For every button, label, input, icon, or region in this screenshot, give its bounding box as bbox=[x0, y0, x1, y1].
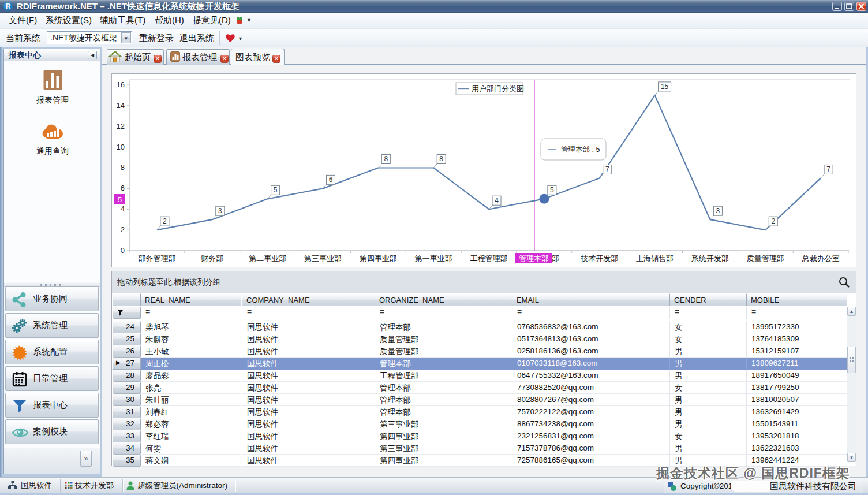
svg-text:8: 8 bbox=[384, 155, 388, 163]
svg-text:12: 12 bbox=[117, 122, 125, 131]
svg-text:7: 7 bbox=[605, 165, 609, 173]
svg-text:15: 15 bbox=[661, 83, 669, 91]
svg-text:第二事业部: 第二事业部 bbox=[249, 254, 286, 263]
svg-text:系统开发部: 系统开发部 bbox=[691, 254, 729, 263]
svg-text:14: 14 bbox=[117, 101, 125, 110]
svg-text:3: 3 bbox=[218, 207, 222, 215]
svg-text:0: 0 bbox=[121, 246, 125, 255]
svg-text:上海销售部: 上海销售部 bbox=[636, 254, 674, 263]
svg-text:6: 6 bbox=[329, 176, 333, 184]
svg-text:财务部: 财务部 bbox=[201, 254, 223, 263]
svg-text:8: 8 bbox=[439, 155, 443, 163]
svg-text:8: 8 bbox=[121, 163, 125, 172]
svg-text:4: 4 bbox=[495, 196, 499, 204]
svg-text:7: 7 bbox=[826, 165, 830, 173]
svg-text:3: 3 bbox=[716, 207, 720, 215]
svg-text:2: 2 bbox=[121, 225, 125, 234]
svg-text:4: 4 bbox=[121, 204, 125, 213]
svg-text:第一事业部: 第一事业部 bbox=[415, 254, 452, 263]
svg-text:5: 5 bbox=[274, 186, 278, 194]
svg-text:2: 2 bbox=[771, 217, 775, 225]
svg-text:技术开发部: 技术开发部 bbox=[580, 254, 618, 263]
svg-text:6: 6 bbox=[121, 184, 125, 192]
svg-text:16: 16 bbox=[117, 80, 125, 89]
svg-text:工程管理部: 工程管理部 bbox=[470, 254, 508, 263]
svg-text:5: 5 bbox=[550, 186, 554, 194]
svg-text:第三事业部: 第三事业部 bbox=[304, 254, 342, 263]
svg-text:管理本部: 管理本部 bbox=[519, 254, 549, 263]
svg-text:部务管理部: 部务管理部 bbox=[137, 254, 175, 263]
svg-text:用户部门分类图: 用户部门分类图 bbox=[472, 84, 524, 93]
svg-text:第四事业部: 第四事业部 bbox=[360, 254, 397, 263]
svg-text:2: 2 bbox=[163, 217, 167, 225]
svg-text:5: 5 bbox=[118, 195, 122, 204]
svg-text:管理本部 : 5: 管理本部 : 5 bbox=[561, 146, 600, 154]
svg-text:质量管理部: 质量管理部 bbox=[747, 254, 784, 263]
svg-text:总裁办公室: 总裁办公室 bbox=[802, 254, 840, 263]
svg-text:10: 10 bbox=[117, 143, 125, 151]
